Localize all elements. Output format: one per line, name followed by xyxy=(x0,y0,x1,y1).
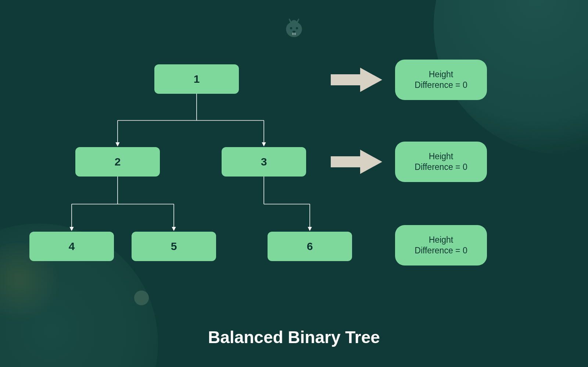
height-diff-value: Difference = 0 xyxy=(415,245,467,256)
arrow-right-icon xyxy=(331,67,382,93)
tree-node-5: 5 xyxy=(132,232,216,261)
tree-node-6: 6 xyxy=(268,232,352,261)
height-diff-box: HeightDifference = 0 xyxy=(395,225,487,266)
tree-node-3: 3 xyxy=(222,147,306,177)
tree-node-label: 6 xyxy=(307,240,313,253)
tree-edges xyxy=(0,0,588,367)
height-diff-value: Difference = 0 xyxy=(415,80,467,90)
height-diff-value: Difference = 0 xyxy=(415,162,467,172)
tree-node-label: 1 xyxy=(194,73,200,85)
diagram-title: Balanced Binary Tree xyxy=(0,327,588,347)
tree-node-label: 3 xyxy=(261,156,267,168)
height-diff-label: Height xyxy=(429,151,453,162)
tree-node-4: 4 xyxy=(29,232,114,261)
tree-node-label: 5 xyxy=(171,240,177,253)
arrow-right-icon xyxy=(331,149,382,175)
tree-node-1: 1 xyxy=(154,64,239,94)
tree-node-label: 2 xyxy=(115,156,121,168)
diagram-canvas: Balanced Binary Tree 123456HeightDiffere… xyxy=(0,0,588,367)
tree-node-2: 2 xyxy=(75,147,160,177)
height-diff-box: HeightDifference = 0 xyxy=(395,60,487,100)
height-diff-box: HeightDifference = 0 xyxy=(395,142,487,182)
tree-node-label: 4 xyxy=(69,240,75,253)
height-diff-label: Height xyxy=(429,235,453,245)
height-diff-label: Height xyxy=(429,69,453,80)
